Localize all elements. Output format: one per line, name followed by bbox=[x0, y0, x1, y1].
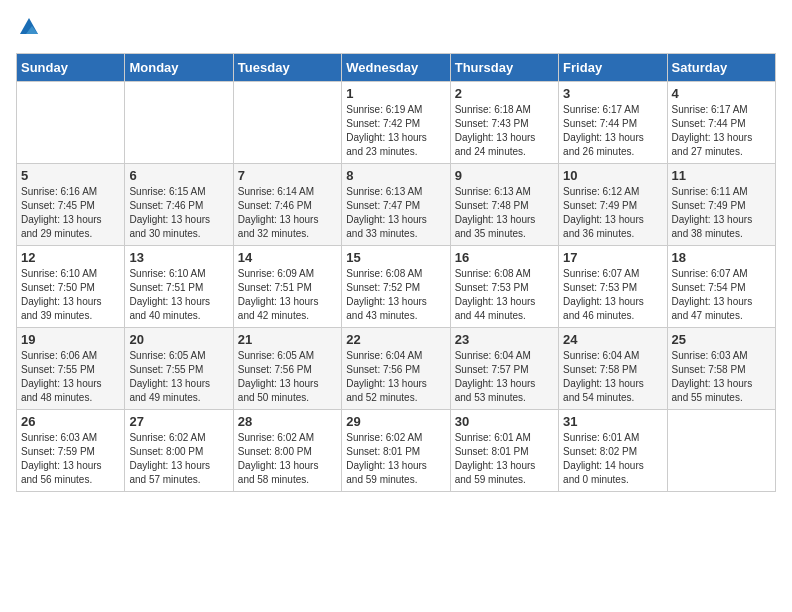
day-number: 14 bbox=[238, 250, 337, 265]
day-info: Sunrise: 6:08 AM Sunset: 7:53 PM Dayligh… bbox=[455, 267, 554, 323]
day-number: 7 bbox=[238, 168, 337, 183]
day-info: Sunrise: 6:05 AM Sunset: 7:56 PM Dayligh… bbox=[238, 349, 337, 405]
day-number: 9 bbox=[455, 168, 554, 183]
calendar-cell: 15Sunrise: 6:08 AM Sunset: 7:52 PM Dayli… bbox=[342, 246, 450, 328]
day-info: Sunrise: 6:06 AM Sunset: 7:55 PM Dayligh… bbox=[21, 349, 120, 405]
calendar-cell: 16Sunrise: 6:08 AM Sunset: 7:53 PM Dayli… bbox=[450, 246, 558, 328]
calendar-cell: 10Sunrise: 6:12 AM Sunset: 7:49 PM Dayli… bbox=[559, 164, 667, 246]
day-number: 26 bbox=[21, 414, 120, 429]
calendar-week-row: 12Sunrise: 6:10 AM Sunset: 7:50 PM Dayli… bbox=[17, 246, 776, 328]
day-info: Sunrise: 6:04 AM Sunset: 7:56 PM Dayligh… bbox=[346, 349, 445, 405]
day-info: Sunrise: 6:15 AM Sunset: 7:46 PM Dayligh… bbox=[129, 185, 228, 241]
day-info: Sunrise: 6:01 AM Sunset: 8:02 PM Dayligh… bbox=[563, 431, 662, 487]
calendar-cell: 25Sunrise: 6:03 AM Sunset: 7:58 PM Dayli… bbox=[667, 328, 775, 410]
day-number: 3 bbox=[563, 86, 662, 101]
day-info: Sunrise: 6:03 AM Sunset: 7:58 PM Dayligh… bbox=[672, 349, 771, 405]
day-info: Sunrise: 6:05 AM Sunset: 7:55 PM Dayligh… bbox=[129, 349, 228, 405]
day-number: 28 bbox=[238, 414, 337, 429]
calendar-week-row: 26Sunrise: 6:03 AM Sunset: 7:59 PM Dayli… bbox=[17, 410, 776, 492]
logo bbox=[16, 16, 40, 43]
calendar-cell: 28Sunrise: 6:02 AM Sunset: 8:00 PM Dayli… bbox=[233, 410, 341, 492]
day-info: Sunrise: 6:19 AM Sunset: 7:42 PM Dayligh… bbox=[346, 103, 445, 159]
calendar-cell: 23Sunrise: 6:04 AM Sunset: 7:57 PM Dayli… bbox=[450, 328, 558, 410]
day-number: 10 bbox=[563, 168, 662, 183]
calendar-cell: 30Sunrise: 6:01 AM Sunset: 8:01 PM Dayli… bbox=[450, 410, 558, 492]
logo-icon bbox=[18, 16, 40, 38]
day-info: Sunrise: 6:12 AM Sunset: 7:49 PM Dayligh… bbox=[563, 185, 662, 241]
calendar-week-row: 1Sunrise: 6:19 AM Sunset: 7:42 PM Daylig… bbox=[17, 82, 776, 164]
day-number: 21 bbox=[238, 332, 337, 347]
calendar-header-friday: Friday bbox=[559, 54, 667, 82]
calendar-cell: 13Sunrise: 6:10 AM Sunset: 7:51 PM Dayli… bbox=[125, 246, 233, 328]
calendar-cell: 8Sunrise: 6:13 AM Sunset: 7:47 PM Daylig… bbox=[342, 164, 450, 246]
day-number: 25 bbox=[672, 332, 771, 347]
day-info: Sunrise: 6:16 AM Sunset: 7:45 PM Dayligh… bbox=[21, 185, 120, 241]
calendar-cell: 6Sunrise: 6:15 AM Sunset: 7:46 PM Daylig… bbox=[125, 164, 233, 246]
day-info: Sunrise: 6:10 AM Sunset: 7:51 PM Dayligh… bbox=[129, 267, 228, 323]
calendar-cell: 27Sunrise: 6:02 AM Sunset: 8:00 PM Dayli… bbox=[125, 410, 233, 492]
day-info: Sunrise: 6:17 AM Sunset: 7:44 PM Dayligh… bbox=[563, 103, 662, 159]
day-number: 20 bbox=[129, 332, 228, 347]
calendar-cell: 4Sunrise: 6:17 AM Sunset: 7:44 PM Daylig… bbox=[667, 82, 775, 164]
day-info: Sunrise: 6:02 AM Sunset: 8:00 PM Dayligh… bbox=[129, 431, 228, 487]
day-info: Sunrise: 6:04 AM Sunset: 7:57 PM Dayligh… bbox=[455, 349, 554, 405]
day-number: 23 bbox=[455, 332, 554, 347]
day-number: 24 bbox=[563, 332, 662, 347]
day-info: Sunrise: 6:13 AM Sunset: 7:47 PM Dayligh… bbox=[346, 185, 445, 241]
calendar-cell: 20Sunrise: 6:05 AM Sunset: 7:55 PM Dayli… bbox=[125, 328, 233, 410]
calendar-week-row: 19Sunrise: 6:06 AM Sunset: 7:55 PM Dayli… bbox=[17, 328, 776, 410]
calendar-week-row: 5Sunrise: 6:16 AM Sunset: 7:45 PM Daylig… bbox=[17, 164, 776, 246]
page-header bbox=[16, 16, 776, 43]
calendar-cell: 3Sunrise: 6:17 AM Sunset: 7:44 PM Daylig… bbox=[559, 82, 667, 164]
calendar-cell bbox=[125, 82, 233, 164]
calendar-cell: 11Sunrise: 6:11 AM Sunset: 7:49 PM Dayli… bbox=[667, 164, 775, 246]
day-number: 13 bbox=[129, 250, 228, 265]
day-number: 1 bbox=[346, 86, 445, 101]
calendar-header-saturday: Saturday bbox=[667, 54, 775, 82]
calendar-table: SundayMondayTuesdayWednesdayThursdayFrid… bbox=[16, 53, 776, 492]
day-info: Sunrise: 6:11 AM Sunset: 7:49 PM Dayligh… bbox=[672, 185, 771, 241]
day-info: Sunrise: 6:17 AM Sunset: 7:44 PM Dayligh… bbox=[672, 103, 771, 159]
day-info: Sunrise: 6:18 AM Sunset: 7:43 PM Dayligh… bbox=[455, 103, 554, 159]
day-number: 31 bbox=[563, 414, 662, 429]
calendar-cell: 7Sunrise: 6:14 AM Sunset: 7:46 PM Daylig… bbox=[233, 164, 341, 246]
calendar-header-sunday: Sunday bbox=[17, 54, 125, 82]
day-info: Sunrise: 6:14 AM Sunset: 7:46 PM Dayligh… bbox=[238, 185, 337, 241]
calendar-body: 1Sunrise: 6:19 AM Sunset: 7:42 PM Daylig… bbox=[17, 82, 776, 492]
day-info: Sunrise: 6:09 AM Sunset: 7:51 PM Dayligh… bbox=[238, 267, 337, 323]
day-number: 17 bbox=[563, 250, 662, 265]
day-number: 16 bbox=[455, 250, 554, 265]
calendar-cell: 18Sunrise: 6:07 AM Sunset: 7:54 PM Dayli… bbox=[667, 246, 775, 328]
calendar-cell: 17Sunrise: 6:07 AM Sunset: 7:53 PM Dayli… bbox=[559, 246, 667, 328]
day-number: 22 bbox=[346, 332, 445, 347]
day-info: Sunrise: 6:02 AM Sunset: 8:01 PM Dayligh… bbox=[346, 431, 445, 487]
day-info: Sunrise: 6:13 AM Sunset: 7:48 PM Dayligh… bbox=[455, 185, 554, 241]
day-number: 8 bbox=[346, 168, 445, 183]
calendar-cell: 26Sunrise: 6:03 AM Sunset: 7:59 PM Dayli… bbox=[17, 410, 125, 492]
calendar-header-wednesday: Wednesday bbox=[342, 54, 450, 82]
day-number: 12 bbox=[21, 250, 120, 265]
calendar-header-tuesday: Tuesday bbox=[233, 54, 341, 82]
calendar-cell: 1Sunrise: 6:19 AM Sunset: 7:42 PM Daylig… bbox=[342, 82, 450, 164]
calendar-cell bbox=[233, 82, 341, 164]
day-number: 4 bbox=[672, 86, 771, 101]
day-info: Sunrise: 6:04 AM Sunset: 7:58 PM Dayligh… bbox=[563, 349, 662, 405]
day-number: 15 bbox=[346, 250, 445, 265]
day-info: Sunrise: 6:03 AM Sunset: 7:59 PM Dayligh… bbox=[21, 431, 120, 487]
calendar-cell: 5Sunrise: 6:16 AM Sunset: 7:45 PM Daylig… bbox=[17, 164, 125, 246]
day-number: 19 bbox=[21, 332, 120, 347]
day-number: 29 bbox=[346, 414, 445, 429]
day-info: Sunrise: 6:02 AM Sunset: 8:00 PM Dayligh… bbox=[238, 431, 337, 487]
calendar-cell: 21Sunrise: 6:05 AM Sunset: 7:56 PM Dayli… bbox=[233, 328, 341, 410]
day-info: Sunrise: 6:07 AM Sunset: 7:54 PM Dayligh… bbox=[672, 267, 771, 323]
calendar-cell: 31Sunrise: 6:01 AM Sunset: 8:02 PM Dayli… bbox=[559, 410, 667, 492]
day-number: 2 bbox=[455, 86, 554, 101]
calendar-cell: 29Sunrise: 6:02 AM Sunset: 8:01 PM Dayli… bbox=[342, 410, 450, 492]
calendar-cell: 14Sunrise: 6:09 AM Sunset: 7:51 PM Dayli… bbox=[233, 246, 341, 328]
day-info: Sunrise: 6:01 AM Sunset: 8:01 PM Dayligh… bbox=[455, 431, 554, 487]
calendar-cell: 19Sunrise: 6:06 AM Sunset: 7:55 PM Dayli… bbox=[17, 328, 125, 410]
calendar-cell: 9Sunrise: 6:13 AM Sunset: 7:48 PM Daylig… bbox=[450, 164, 558, 246]
calendar-header-thursday: Thursday bbox=[450, 54, 558, 82]
day-number: 5 bbox=[21, 168, 120, 183]
calendar-cell: 12Sunrise: 6:10 AM Sunset: 7:50 PM Dayli… bbox=[17, 246, 125, 328]
